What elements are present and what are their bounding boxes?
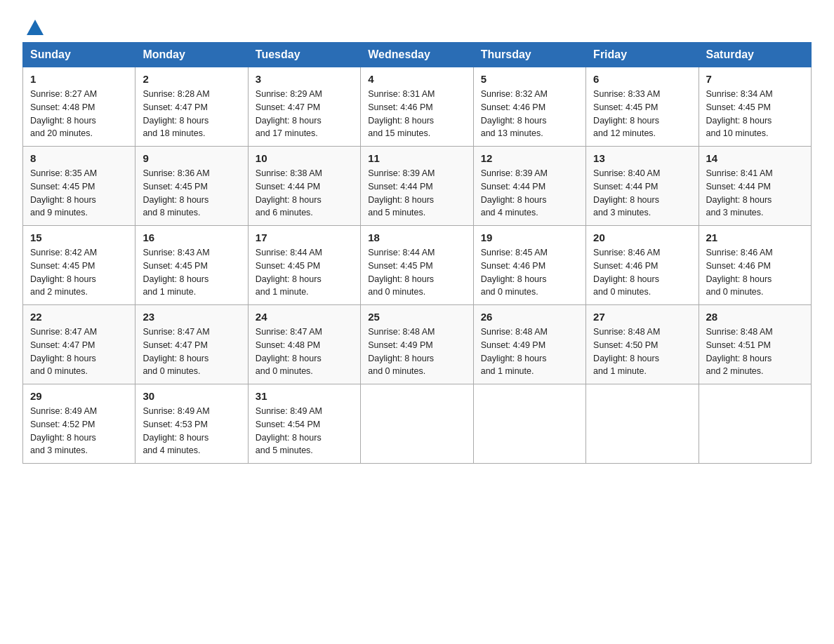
day-number: 13 [593, 152, 691, 164]
calendar-cell: 4Sunrise: 8:31 AMSunset: 4:46 PMDaylight… [361, 67, 473, 147]
day-number: 31 [256, 390, 353, 402]
calendar-cell: 17Sunrise: 8:44 AMSunset: 4:45 PMDayligh… [248, 226, 360, 305]
calendar-cell: 14Sunrise: 8:41 AMSunset: 4:44 PMDayligh… [699, 147, 811, 226]
calendar-cell: 11Sunrise: 8:39 AMSunset: 4:44 PMDayligh… [361, 147, 473, 226]
day-info: Sunrise: 8:49 AMSunset: 4:53 PMDaylight:… [143, 405, 240, 457]
day-info: Sunrise: 8:46 AMSunset: 4:46 PMDaylight:… [706, 246, 804, 299]
day-number: 27 [593, 311, 691, 323]
day-number: 22 [30, 311, 128, 323]
svg-marker-0 [27, 20, 44, 35]
weekday-header-sunday: Sunday [23, 43, 135, 67]
calendar-cell: 31Sunrise: 8:49 AMSunset: 4:54 PMDayligh… [248, 384, 360, 464]
page-header [22, 17, 812, 34]
day-info: Sunrise: 8:34 AMSunset: 4:45 PMDaylight:… [706, 88, 804, 140]
weekday-header-monday: Monday [135, 43, 248, 67]
day-info: Sunrise: 8:46 AMSunset: 4:46 PMDaylight:… [593, 246, 691, 299]
day-number: 23 [143, 311, 240, 323]
day-info: Sunrise: 8:33 AMSunset: 4:45 PMDaylight:… [593, 88, 691, 140]
weekday-header-thursday: Thursday [473, 43, 585, 67]
weekday-header-row: SundayMondayTuesdayWednesdayThursdayFrid… [23, 43, 812, 67]
day-number: 6 [593, 73, 691, 85]
day-info: Sunrise: 8:48 AMSunset: 4:50 PMDaylight:… [593, 326, 691, 378]
day-info: Sunrise: 8:41 AMSunset: 4:44 PMDaylight:… [706, 167, 804, 220]
calendar-cell: 29Sunrise: 8:49 AMSunset: 4:52 PMDayligh… [23, 384, 135, 464]
day-info: Sunrise: 8:48 AMSunset: 4:49 PMDaylight:… [481, 326, 578, 378]
day-info: Sunrise: 8:44 AMSunset: 4:45 PMDaylight:… [256, 246, 353, 299]
day-number: 2 [143, 73, 240, 85]
day-number: 14 [706, 152, 804, 164]
day-number: 8 [30, 152, 128, 164]
calendar-cell: 16Sunrise: 8:43 AMSunset: 4:45 PMDayligh… [135, 226, 248, 305]
calendar-week-row: 8Sunrise: 8:35 AMSunset: 4:45 PMDaylight… [23, 147, 812, 226]
day-number: 24 [256, 311, 353, 323]
day-info: Sunrise: 8:49 AMSunset: 4:52 PMDaylight:… [30, 405, 128, 457]
day-number: 4 [368, 73, 465, 85]
calendar-week-row: 15Sunrise: 8:42 AMSunset: 4:45 PMDayligh… [23, 226, 812, 305]
day-info: Sunrise: 8:39 AMSunset: 4:44 PMDaylight:… [481, 167, 578, 220]
weekday-header-friday: Friday [586, 43, 699, 67]
calendar-cell: 3Sunrise: 8:29 AMSunset: 4:47 PMDaylight… [248, 67, 360, 147]
day-number: 28 [706, 311, 804, 323]
day-info: Sunrise: 8:42 AMSunset: 4:45 PMDaylight:… [30, 246, 128, 299]
day-info: Sunrise: 8:36 AMSunset: 4:45 PMDaylight:… [143, 167, 240, 220]
calendar-cell: 26Sunrise: 8:48 AMSunset: 4:49 PMDayligh… [473, 305, 585, 384]
day-number: 18 [368, 232, 465, 243]
weekday-header-wednesday: Wednesday [361, 43, 473, 67]
day-info: Sunrise: 8:47 AMSunset: 4:47 PMDaylight:… [30, 326, 128, 378]
day-info: Sunrise: 8:47 AMSunset: 4:48 PMDaylight:… [256, 326, 353, 378]
weekday-header-saturday: Saturday [699, 43, 811, 67]
calendar-table: SundayMondayTuesdayWednesdayThursdayFrid… [22, 42, 812, 464]
calendar-cell: 1Sunrise: 8:27 AMSunset: 4:48 PMDaylight… [23, 67, 135, 147]
day-info: Sunrise: 8:38 AMSunset: 4:44 PMDaylight:… [256, 167, 353, 220]
calendar-week-row: 22Sunrise: 8:47 AMSunset: 4:47 PMDayligh… [23, 305, 812, 384]
day-info: Sunrise: 8:35 AMSunset: 4:45 PMDaylight:… [30, 167, 128, 220]
day-number: 20 [593, 232, 691, 243]
day-info: Sunrise: 8:49 AMSunset: 4:54 PMDaylight:… [256, 405, 353, 457]
calendar-cell: 12Sunrise: 8:39 AMSunset: 4:44 PMDayligh… [473, 147, 585, 226]
day-number: 9 [143, 152, 240, 164]
day-info: Sunrise: 8:48 AMSunset: 4:51 PMDaylight:… [706, 326, 804, 378]
calendar-cell: 25Sunrise: 8:48 AMSunset: 4:49 PMDayligh… [361, 305, 473, 384]
calendar-cell: 28Sunrise: 8:48 AMSunset: 4:51 PMDayligh… [699, 305, 811, 384]
calendar-cell: 10Sunrise: 8:38 AMSunset: 4:44 PMDayligh… [248, 147, 360, 226]
day-number: 7 [706, 73, 804, 85]
day-info: Sunrise: 8:29 AMSunset: 4:47 PMDaylight:… [256, 88, 353, 140]
day-number: 3 [256, 73, 353, 85]
calendar-cell: 2Sunrise: 8:28 AMSunset: 4:47 PMDaylight… [135, 67, 248, 147]
calendar-week-row: 1Sunrise: 8:27 AMSunset: 4:48 PMDaylight… [23, 67, 812, 147]
day-number: 26 [481, 311, 578, 323]
day-number: 1 [30, 73, 128, 85]
day-info: Sunrise: 8:28 AMSunset: 4:47 PMDaylight:… [143, 88, 240, 140]
day-number: 17 [256, 232, 353, 243]
calendar-cell: 5Sunrise: 8:32 AMSunset: 4:46 PMDaylight… [473, 67, 585, 147]
calendar-cell: 22Sunrise: 8:47 AMSunset: 4:47 PMDayligh… [23, 305, 135, 384]
calendar-cell: 18Sunrise: 8:44 AMSunset: 4:45 PMDayligh… [361, 226, 473, 305]
calendar-cell: 21Sunrise: 8:46 AMSunset: 4:46 PMDayligh… [699, 226, 811, 305]
calendar-cell: 6Sunrise: 8:33 AMSunset: 4:45 PMDaylight… [586, 67, 699, 147]
calendar-cell: 15Sunrise: 8:42 AMSunset: 4:45 PMDayligh… [23, 226, 135, 305]
day-number: 15 [30, 232, 128, 243]
day-info: Sunrise: 8:31 AMSunset: 4:46 PMDaylight:… [368, 88, 465, 140]
calendar-cell: 20Sunrise: 8:46 AMSunset: 4:46 PMDayligh… [586, 226, 699, 305]
day-number: 21 [706, 232, 804, 243]
day-info: Sunrise: 8:27 AMSunset: 4:48 PMDaylight:… [30, 88, 128, 140]
weekday-header-tuesday: Tuesday [248, 43, 360, 67]
calendar-cell: 8Sunrise: 8:35 AMSunset: 4:45 PMDaylight… [23, 147, 135, 226]
logo-triangle-icon [24, 15, 46, 38]
calendar-cell: 27Sunrise: 8:48 AMSunset: 4:50 PMDayligh… [586, 305, 699, 384]
day-number: 10 [256, 152, 353, 164]
calendar-cell: 13Sunrise: 8:40 AMSunset: 4:44 PMDayligh… [586, 147, 699, 226]
day-info: Sunrise: 8:45 AMSunset: 4:46 PMDaylight:… [481, 246, 578, 299]
calendar-cell [586, 384, 699, 464]
day-number: 19 [481, 232, 578, 243]
day-info: Sunrise: 8:44 AMSunset: 4:45 PMDaylight:… [368, 246, 465, 299]
calendar-week-row: 29Sunrise: 8:49 AMSunset: 4:52 PMDayligh… [23, 384, 812, 464]
calendar-cell: 9Sunrise: 8:36 AMSunset: 4:45 PMDaylight… [135, 147, 248, 226]
day-info: Sunrise: 8:43 AMSunset: 4:45 PMDaylight:… [143, 246, 240, 299]
calendar-cell [699, 384, 811, 464]
calendar-cell: 30Sunrise: 8:49 AMSunset: 4:53 PMDayligh… [135, 384, 248, 464]
calendar-cell: 19Sunrise: 8:45 AMSunset: 4:46 PMDayligh… [473, 226, 585, 305]
day-number: 25 [368, 311, 465, 323]
day-info: Sunrise: 8:47 AMSunset: 4:47 PMDaylight:… [143, 326, 240, 378]
day-info: Sunrise: 8:39 AMSunset: 4:44 PMDaylight:… [368, 167, 465, 220]
